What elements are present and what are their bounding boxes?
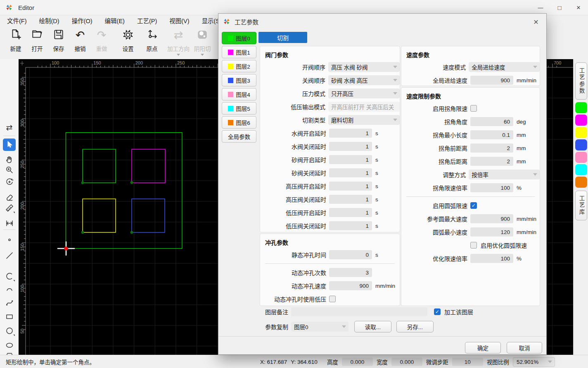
param-checkbox[interactable] <box>329 296 336 302</box>
view-scale-select[interactable]: 52.901% <box>513 357 555 367</box>
layer-color-swatch-3[interactable] <box>575 139 587 151</box>
read-button[interactable]: 读取... <box>354 321 391 332</box>
rectangle-tool[interactable] <box>3 311 16 323</box>
param-input[interactable]: 1 <box>329 142 372 151</box>
measure-tool[interactable] <box>3 202 16 214</box>
param-checkbox[interactable]: ✓ <box>470 202 477 209</box>
limit-row-10: 圆弧最小速度120mm/min <box>401 225 540 239</box>
param-input[interactable]: 0.1 <box>470 130 513 139</box>
toolbar-save-button[interactable]: 保存 <box>48 26 69 53</box>
close-button[interactable]: ✕ <box>569 0 588 15</box>
status-field-value-0[interactable]: 0.000 <box>342 358 373 366</box>
status-field-value-2[interactable]: 10 <box>452 358 483 366</box>
line-tool[interactable] <box>3 249 16 262</box>
process-params-panel-button[interactable]: 工艺参数 <box>575 62 587 100</box>
param-label: 水阀关闭延时 <box>260 142 326 151</box>
param-input[interactable]: 100 <box>470 254 513 263</box>
param-select[interactable]: 只开高压 <box>328 88 400 98</box>
arc-tool[interactable] <box>3 270 16 282</box>
param-input[interactable]: 1 <box>329 129 372 138</box>
toolbar-new-file-button[interactable]: 新建 <box>5 26 26 53</box>
param-select[interactable]: 按倍率 <box>469 170 540 179</box>
toolbar-origin-button[interactable]: 原点 <box>141 26 163 53</box>
layer-button-6[interactable]: 图层6 <box>222 116 256 129</box>
status-message: 矩形绘制中，单击确定第一个角点。 <box>6 358 95 366</box>
fit-view-tool[interactable] <box>3 176 16 188</box>
param-input[interactable]: 1 <box>329 195 372 204</box>
layer-button-7[interactable]: 全局参数 <box>222 130 256 143</box>
cancel-button[interactable]: 取消 <box>507 342 542 354</box>
right-sidebar: 工艺参数工艺库 <box>574 59 588 355</box>
menu-item-3[interactable]: 编辑(E) <box>99 15 131 26</box>
toolbar-open-folder-button[interactable]: 打开 <box>26 26 48 53</box>
menu-item-1[interactable]: 绘制(D) <box>33 15 66 26</box>
swap-tool[interactable]: ⇄ <box>3 121 16 134</box>
circle-tool[interactable] <box>3 325 16 337</box>
param-input[interactable]: 1 <box>329 168 372 177</box>
param-select[interactable]: 磨料切割 <box>328 115 400 125</box>
layer-button-3[interactable]: 图层3 <box>222 74 256 86</box>
param-input[interactable]: 900 <box>470 214 513 223</box>
param-input[interactable]: 1 <box>329 155 372 164</box>
toolbar-undo-button[interactable]: ↶撤销 <box>69 26 91 53</box>
param-checkbox[interactable] <box>470 105 477 112</box>
param-input[interactable]: 100 <box>470 183 513 192</box>
param-copy-select[interactable]: 图层0 <box>291 322 349 332</box>
status-field-value-1[interactable]: 0.000 <box>391 358 422 366</box>
layer-label: 图层3 <box>236 76 250 84</box>
param-input[interactable]: 1 <box>329 208 372 217</box>
param-input[interactable]: 1 <box>329 182 372 191</box>
layer-button-0[interactable]: 图层0 <box>222 32 256 44</box>
layer-color-swatch-6[interactable] <box>575 177 587 188</box>
param-input[interactable]: 900 <box>329 281 372 290</box>
layer-button-4[interactable]: 图层4 <box>222 88 256 100</box>
layer-color-swatch-0[interactable] <box>575 102 587 113</box>
dialog-close-icon[interactable]: ✕ <box>531 17 541 26</box>
ok-button[interactable]: 确定 <box>465 342 501 354</box>
zoom-tool[interactable] <box>3 164 16 176</box>
dialog-title-bar[interactable]: 工艺参数 ✕ <box>218 14 546 29</box>
process-library-panel-button[interactable]: 工艺库 <box>575 191 587 220</box>
layer-button-1[interactable]: 图层1 <box>222 46 256 58</box>
layer-color-swatch-5[interactable] <box>575 164 587 175</box>
param-input[interactable]: 1 <box>329 221 372 230</box>
save-as-button[interactable]: 另存... <box>396 321 434 332</box>
layer-note-input[interactable] <box>291 307 427 316</box>
select-tool[interactable] <box>3 139 16 151</box>
menu-item-4[interactable]: 工艺(P) <box>131 15 163 26</box>
eraser-tool[interactable] <box>3 191 16 203</box>
param-unit: mm <box>517 158 526 165</box>
maximize-button[interactable]: □ <box>550 0 569 15</box>
param-checkbox[interactable] <box>470 242 477 249</box>
layer-button-2[interactable]: 图层2 <box>222 60 256 72</box>
rotate-fit-icon <box>5 177 14 186</box>
process-layer-checkbox[interactable]: ✓ <box>434 308 441 315</box>
tab-cut[interactable]: 切割 <box>258 32 307 43</box>
limit-row-5: 调整方式按倍率 <box>401 168 540 181</box>
toolbar-settings-gear-button[interactable]: 设置 <box>117 26 139 53</box>
param-select[interactable]: 全局进给速度 <box>469 62 540 72</box>
layer-color-swatch-4[interactable] <box>575 152 587 163</box>
param-input[interactable]: 3 <box>329 268 372 277</box>
param-select[interactable]: 高压 水阀 砂阀 <box>328 62 400 72</box>
param-input[interactable]: 2 <box>470 157 513 166</box>
param-select[interactable]: 砂阀 水阀 高压 <box>328 75 400 85</box>
menu-item-2[interactable]: 操作(O) <box>66 15 99 26</box>
menu-item-0[interactable]: 文件(F) <box>1 15 33 26</box>
layer-button-5[interactable]: 图层5 <box>222 102 256 115</box>
param-input[interactable]: 2 <box>470 143 513 153</box>
distance-tool[interactable] <box>3 217 16 229</box>
param-input[interactable]: 0 <box>329 250 372 259</box>
valve-row-2: 压力模式只开高压 <box>260 87 400 100</box>
arc2-tool[interactable] <box>3 283 16 296</box>
menu-item-5[interactable]: 视图(V) <box>163 15 195 26</box>
layer-color-swatch-1[interactable] <box>575 115 587 126</box>
spline-tool[interactable] <box>3 296 16 309</box>
param-label: 高压阀关闭延时 <box>260 195 326 203</box>
layer-color-swatch-2[interactable] <box>575 127 587 138</box>
param-input[interactable]: 900 <box>470 76 513 85</box>
param-input[interactable]: 120 <box>470 227 513 237</box>
minimize-button[interactable]: — <box>531 0 550 15</box>
point-tool[interactable] <box>3 234 16 246</box>
param-input[interactable]: 60 <box>470 117 513 126</box>
